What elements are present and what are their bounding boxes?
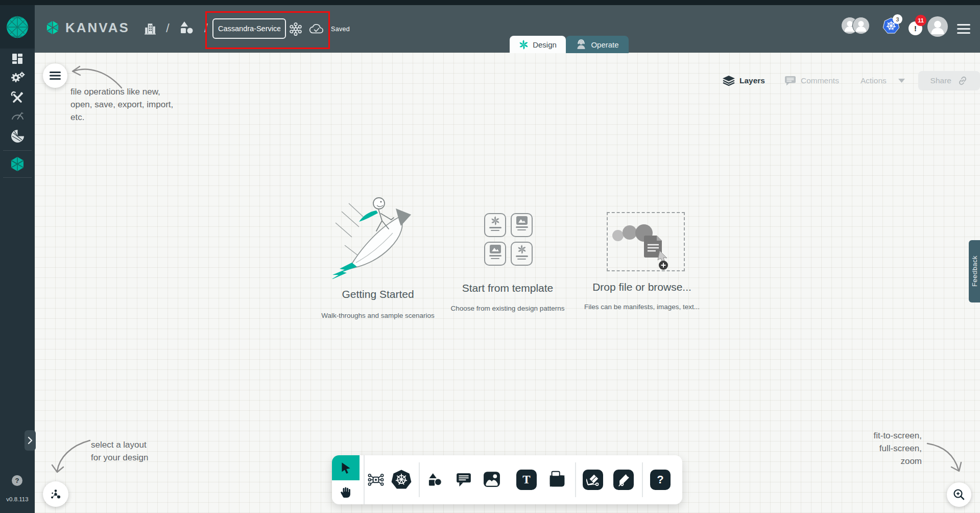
layout-selector-fab[interactable] [43,481,68,507]
top-strip [0,0,980,5]
help-button[interactable]: ? [12,475,22,486]
card-subtitle: Choose from existing design patterns [431,305,584,312]
tool-select-active[interactable] [332,455,360,480]
organization-icon[interactable] [144,22,157,35]
template-mini-card[interactable] [484,213,506,237]
comments-icon [784,76,796,86]
sidebar-item-lifecycle-gears-icon[interactable] [0,68,35,88]
app-menu-icon[interactable] [957,21,970,36]
comment-tool-icon [456,472,472,487]
drop-file-illustration [611,219,677,272]
notification-badge: 11 [915,15,926,26]
sidebar-item-performance-gauge-icon[interactable] [0,105,35,125]
template-mini-card[interactable] [484,242,506,266]
operator-headset-icon [576,39,587,50]
tool-connect-nodes[interactable] [366,470,386,490]
pen-tool-icon [586,473,600,486]
help-tool-glyph: ? [657,473,663,486]
toolbar-divider [642,462,643,497]
comments-toggle[interactable]: Comments [784,76,839,86]
brand-wordmark: KANVAS [65,20,130,36]
mode-tabs: Design Operate [510,36,629,53]
toolbar-divider [575,462,576,497]
design-spiral-icon [519,40,529,50]
collaborator-avatars[interactable] [841,17,870,34]
cursor-icon [339,461,352,475]
share-button[interactable]: Share [918,71,980,90]
kanvas-hexagon-icon [45,19,60,36]
tab-design[interactable]: Design [510,36,566,53]
pencil-tool-icon [617,473,630,486]
feedback-tab[interactable]: Feedback [969,240,980,302]
sidebar-item-kanvas-active[interactable] [0,153,35,175]
tool-text[interactable]: T [516,470,537,490]
sidebar-item-dashboard[interactable] [0,49,35,69]
tool-pen[interactable] [583,470,603,490]
tool-kubernetes[interactable] [390,469,413,491]
card-title[interactable]: Start from template [431,282,584,294]
tool-shapes[interactable] [425,470,445,490]
app-version: v0.8.113 [0,496,35,502]
layout-annotation: select a layout for your design [91,438,148,464]
sidebar-divider [3,150,32,151]
section-tool-icon [547,470,567,489]
help-glyph: ? [15,477,19,484]
shapes-tool-icon [427,472,443,487]
text-tool-glyph: T [522,473,530,486]
saved-status: Saved [331,26,350,33]
kubernetes-context-button[interactable]: 3 [882,17,906,36]
menu-icon [49,71,61,80]
toolbar-divider [364,455,365,504]
workspace-shapes-icon[interactable] [180,21,194,35]
sidebar-expand-chevron[interactable] [25,430,36,451]
toolbar-divider [419,462,420,497]
tool-section[interactable] [546,469,568,490]
kanvas-brand[interactable]: KANVAS [45,19,130,36]
file-menu-fab[interactable] [43,63,67,88]
highlight-box [205,11,330,49]
layout-arrow [49,435,95,478]
canvas-panel-row: Layers Comments Actions Share [723,71,980,91]
tool-palette: T ? [332,455,682,504]
card-title[interactable]: Drop file or browse... [565,281,719,293]
tool-help[interactable]: ? [650,470,671,490]
feedback-label: Feedback [971,255,978,287]
sidebar-divider [3,177,32,178]
getting-started-card[interactable]: Getting Started Walk-throughs and sample… [301,194,455,319]
rocket-doodle-illustration [329,194,426,279]
layout-graph-icon [50,488,62,500]
card-subtitle: Walk-throughs and sample scenarios [301,312,455,319]
breadcrumb-separator: / [166,21,170,35]
tool-comment[interactable] [453,470,474,490]
zoom-in-icon [952,488,966,501]
chevron-down-icon [898,79,905,83]
drop-file-zone[interactable] [607,212,685,271]
link-icon [958,76,968,86]
zoom-arrow [923,438,966,477]
sidebar-item-extensions-icon[interactable] [0,126,35,146]
template-mini-card[interactable] [511,213,533,237]
k8s-context-badge: 3 [893,14,902,24]
template-thumbnails[interactable] [484,213,533,266]
meshery-ball-logo-icon [6,15,29,39]
circuit-icon [367,471,385,488]
file-ops-annotation: file operations like new, open, save, ex… [70,85,173,124]
tab-design-label: Design [533,40,557,49]
meshery-logo-button[interactable] [0,5,35,49]
kubernetes-tool-icon [390,469,413,491]
tab-operate[interactable]: Operate [566,36,629,53]
zoom-annotation: fit-to-screen, full-screen, zoom [820,429,922,468]
zoom-fab[interactable] [947,482,971,507]
template-mini-card[interactable] [511,242,533,266]
tool-image[interactable] [481,469,503,490]
image-tool-icon [483,471,500,487]
actions-dropdown[interactable]: Actions [861,76,905,85]
tool-pencil[interactable] [613,470,634,490]
notifications-button[interactable]: ! 11 [909,21,929,40]
profile-avatar[interactable] [927,16,948,37]
tool-pan[interactable] [332,480,360,504]
tab-operate-label: Operate [591,40,618,49]
card-subtitle: Files can be manifests, images, text... [565,303,719,311]
layers-icon [723,76,735,86]
layers-toggle[interactable]: Layers [723,76,765,86]
